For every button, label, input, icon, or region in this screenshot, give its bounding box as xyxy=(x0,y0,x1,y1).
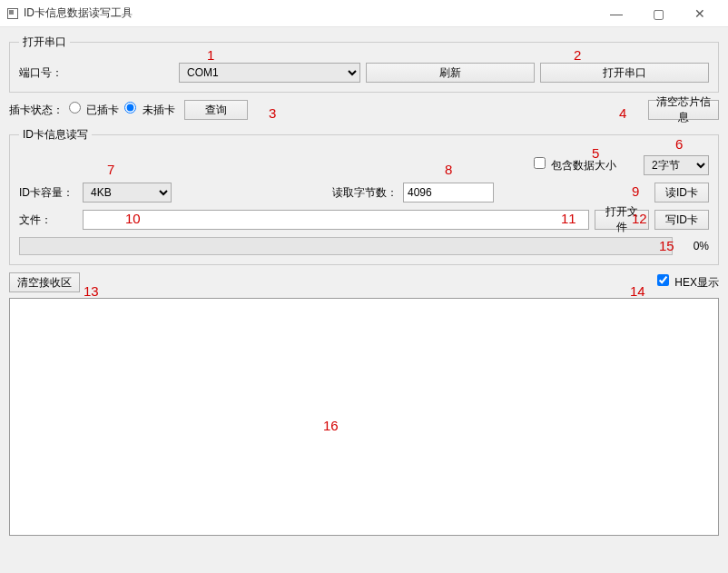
refresh-button[interactable]: 刷新 xyxy=(366,63,535,83)
radio-inserted[interactable]: 已插卡 xyxy=(69,102,119,118)
port-label: 端口号： xyxy=(19,65,173,81)
radio-not-inserted[interactable]: 未插卡 xyxy=(124,102,174,118)
serial-port-group: 打开串口 端口号： COM1 刷新 打开串口 xyxy=(9,35,719,93)
capacity-select[interactable]: 4KB xyxy=(83,183,172,203)
port-select[interactable]: COM1 xyxy=(179,63,360,83)
hex-display-checkbox[interactable]: HEX显示 xyxy=(657,274,719,291)
file-label: 文件： xyxy=(19,212,77,228)
receive-textarea[interactable] xyxy=(9,298,719,536)
open-file-button[interactable]: 打开文件 xyxy=(595,210,649,230)
file-path-input[interactable] xyxy=(83,210,589,230)
card-status-label: 插卡状态： xyxy=(9,103,64,118)
window-title: ID卡信息数据读写工具 xyxy=(24,5,133,21)
read-bytes-input[interactable] xyxy=(403,183,494,203)
write-card-button[interactable]: 写ID卡 xyxy=(654,210,709,230)
readwrite-group: ID卡信息读写 包含数据大小 2字节 ID卡容量： 4KB 读取字节数： 读ID… xyxy=(9,127,719,265)
open-port-button[interactable]: 打开串口 xyxy=(540,63,709,83)
capacity-label: ID卡容量： xyxy=(19,185,77,201)
read-card-button[interactable]: 读ID卡 xyxy=(654,183,709,203)
clear-receive-button[interactable]: 清空接收区 xyxy=(9,272,80,292)
progress-bar xyxy=(19,237,673,255)
clear-chip-button[interactable]: 清空芯片信息 xyxy=(648,100,719,120)
app-icon xyxy=(7,8,18,19)
read-bytes-label: 读取字节数： xyxy=(332,185,398,201)
readwrite-legend: ID卡信息读写 xyxy=(19,127,92,143)
byte-unit-select[interactable]: 2字节 xyxy=(644,155,709,175)
minimize-button[interactable]: — xyxy=(595,0,637,27)
progress-percent: 0% xyxy=(678,240,709,252)
client-area: 打开串口 端口号： COM1 刷新 打开串口 插卡状态： 已插卡 未插卡 查询 … xyxy=(0,27,728,573)
query-button[interactable]: 查询 xyxy=(184,100,248,120)
include-size-checkbox[interactable]: 包含数据大小 xyxy=(534,157,616,173)
serial-group-legend: 打开串口 xyxy=(19,35,70,50)
titlebar: ID卡信息数据读写工具 — ▢ ✕ xyxy=(0,0,728,27)
close-button[interactable]: ✕ xyxy=(679,0,721,27)
maximize-button[interactable]: ▢ xyxy=(637,0,679,27)
